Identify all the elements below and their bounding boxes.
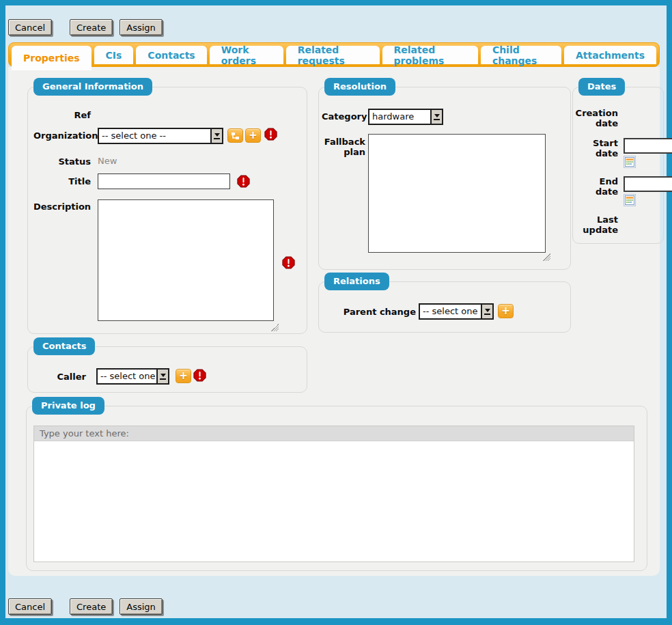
caller-error-icon	[193, 369, 206, 382]
organization-error-icon	[264, 128, 277, 141]
end-date-input[interactable]	[624, 176, 672, 192]
section-resolution: Resolution Category hardware Fallback pl…	[318, 87, 571, 270]
assign-button[interactable]: Assign	[120, 19, 163, 36]
status-label: Status	[33, 156, 91, 167]
section-title: Resolution	[324, 78, 395, 96]
section-title: Private log	[32, 397, 104, 415]
creation-date-label: Creation date	[574, 108, 618, 128]
tab-bar: Properties CIs Contacts Work orders Rela…	[8, 42, 660, 67]
calendar-icon	[625, 195, 634, 205]
dropdown-arrow-icon	[210, 129, 222, 143]
category-select-value: hardware	[369, 110, 430, 124]
caller-select-value: -- select one --	[98, 370, 156, 383]
parent-change-select[interactable]: -- select one --	[419, 303, 494, 320]
category-select[interactable]: hardware	[368, 109, 443, 125]
section-dates: Dates Creation date Start date	[572, 87, 664, 244]
section-general-information: General Information Ref Organization -- …	[27, 87, 307, 334]
start-date-label: Start date	[574, 138, 618, 158]
section-title: Relations	[324, 273, 389, 290]
assign-button[interactable]: Assign	[120, 598, 163, 615]
description-resize-grip[interactable]	[271, 324, 279, 331]
tab-properties[interactable]: Properties	[12, 46, 92, 70]
tab-work-orders[interactable]: Work orders	[210, 46, 283, 64]
fallback-plan-label: Fallback plan	[322, 137, 365, 157]
tab-content: General Information Ref Organization -- …	[8, 67, 660, 576]
section-private-log: Private log Type your text here:	[26, 406, 647, 571]
parent-change-add-button[interactable]: +	[498, 304, 514, 318]
create-button[interactable]: Create	[70, 19, 113, 36]
tab-cis[interactable]: CIs	[94, 46, 134, 64]
fallback-plan-resize-grip[interactable]	[543, 253, 550, 261]
title-label: Title	[33, 176, 91, 186]
caller-label: Caller	[33, 372, 86, 382]
create-button[interactable]: Create	[70, 598, 113, 615]
category-label: Category	[322, 111, 365, 122]
status-value: New	[98, 154, 117, 169]
section-title: Dates	[578, 78, 625, 96]
fallback-plan-textarea[interactable]	[368, 134, 546, 253]
caller-add-button[interactable]: +	[176, 369, 191, 383]
end-date-label: End date	[574, 176, 618, 197]
description-label: Description	[33, 202, 91, 212]
organization-select[interactable]: -- select one --	[98, 128, 223, 144]
private-log-editor[interactable]: Type your text here:	[33, 426, 634, 562]
private-log-placeholder: Type your text here:	[34, 426, 634, 441]
tab-child-changes[interactable]: Child changes	[481, 46, 561, 64]
section-title: Contacts	[33, 337, 95, 355]
section-relations: Relations Parent change -- select one --…	[318, 281, 571, 333]
tab-related-problems[interactable]: Related problems	[382, 46, 478, 64]
parent-change-label: Parent change	[324, 307, 416, 317]
organization-label: Organization	[33, 130, 91, 141]
cancel-button[interactable]: Cancel	[8, 598, 52, 615]
plus-icon: +	[249, 130, 257, 141]
tab-related-requests[interactable]: Related requests	[286, 46, 380, 64]
organization-hierarchy-button[interactable]	[227, 128, 243, 143]
title-input[interactable]	[98, 173, 230, 189]
organization-select-value: -- select one --	[99, 129, 210, 143]
page-background: Cancel Create Assign Properties CIs Cont…	[5, 5, 667, 618]
tab-contacts[interactable]: Contacts	[136, 46, 206, 64]
description-error-icon	[282, 256, 295, 269]
title-error-icon	[237, 175, 250, 188]
description-textarea[interactable]	[98, 199, 274, 321]
last-update-label: Last update	[574, 214, 618, 235]
ref-label: Ref	[33, 110, 91, 120]
dropdown-arrow-icon	[430, 110, 442, 124]
section-title: General Information	[33, 78, 152, 96]
bottom-toolbar: Cancel Create Assign	[8, 598, 163, 615]
top-toolbar: Cancel Create Assign	[8, 19, 163, 36]
start-date-input[interactable]	[624, 138, 672, 154]
section-contacts: Contacts Caller -- select one -- +	[27, 346, 307, 393]
organization-add-button[interactable]: +	[245, 128, 261, 143]
tab-attachments[interactable]: Attachments	[564, 46, 656, 64]
end-date-calendar-button[interactable]	[624, 194, 636, 206]
main-panel: Properties CIs Contacts Work orders Rela…	[8, 42, 660, 576]
plus-icon: +	[179, 371, 188, 381]
plus-icon: +	[501, 306, 510, 316]
dropdown-arrow-icon	[156, 370, 168, 383]
dropdown-arrow-icon	[481, 305, 492, 318]
caller-select[interactable]: -- select one --	[96, 368, 169, 385]
parent-change-select-value: -- select one --	[420, 305, 481, 318]
start-date-calendar-button[interactable]	[624, 156, 636, 168]
hierarchy-icon	[231, 132, 240, 140]
cancel-button[interactable]: Cancel	[8, 19, 52, 36]
calendar-icon	[625, 157, 634, 167]
app-window: Cancel Create Assign Properties CIs Cont…	[0, 0, 672, 625]
